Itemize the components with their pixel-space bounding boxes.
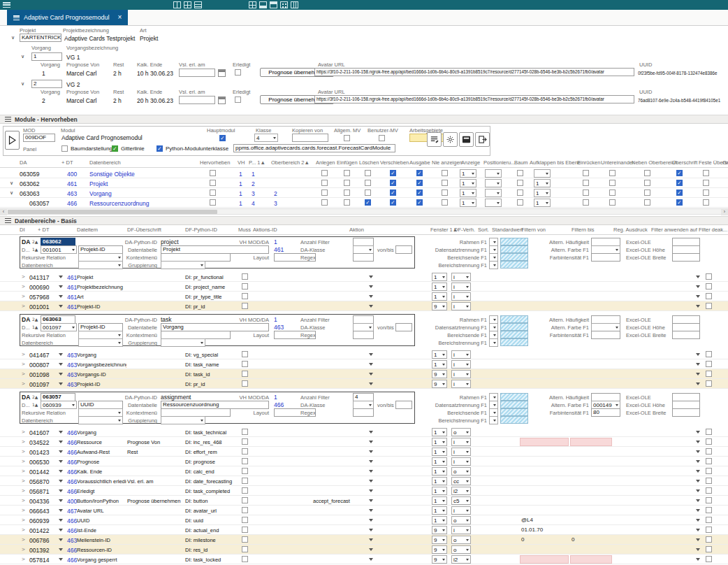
filtern-bis-cell[interactable] <box>570 302 612 310</box>
di-dropdown-caret[interactable] <box>59 519 63 522</box>
nie-anzeigen-checkbox[interactable] <box>442 189 448 196</box>
filtern-von-cell[interactable] <box>520 506 569 515</box>
data-area-row[interactable]: 063057466Ressourcenzuordnung143✓✓✓11✓ <box>0 198 728 208</box>
filtern-bis-cell[interactable] <box>570 496 612 505</box>
aktion-dropdown-caret[interactable] <box>369 460 373 463</box>
di-dropdown-caret[interactable] <box>59 489 63 492</box>
filter-deaktiviert-checkbox[interactable] <box>706 507 712 513</box>
aktion-dropdown-caret[interactable] <box>369 480 373 482</box>
data-item-row[interactable]: >001442466Kalk. EndeDI: calc_end1o <box>0 466 728 476</box>
bereichstrennung-field[interactable] <box>500 416 528 424</box>
muss-checkbox[interactable] <box>242 478 248 484</box>
filtern-bis-cell[interactable] <box>570 350 612 359</box>
anzeige-select[interactable]: 1 <box>460 189 476 197</box>
gruppierung-select[interactable] <box>161 338 205 347</box>
filtern-bis-cell[interactable] <box>570 292 612 301</box>
di-dropdown-caret[interactable] <box>59 548 63 551</box>
feste-ueberschrift-checkbox[interactable] <box>703 189 709 196</box>
anlegen-checkbox[interactable] <box>321 199 328 206</box>
loeschen-checkbox[interactable] <box>365 189 371 196</box>
filtern-von-cell[interactable] <box>520 282 569 291</box>
df-verh-select[interactable]: o <box>451 516 471 524</box>
fenster-select[interactable]: 1 <box>432 487 447 495</box>
filtern-bis-cell[interactable] <box>570 380 612 388</box>
filter-anwenden-dropdown-caret[interactable] <box>696 285 700 288</box>
filtern-bis-cell[interactable] <box>570 273 612 281</box>
data-item-row[interactable]: >056871466ErledigtDI: task_completed1i2 <box>0 486 728 496</box>
untereinander-checkbox[interactable] <box>609 170 616 176</box>
farbintensitaet-field[interactable] <box>591 253 620 262</box>
feste-ueberschrift-checkbox[interactable] <box>703 170 709 176</box>
filter-deaktiviert-checkbox[interactable] <box>706 380 712 387</box>
calendar-icon[interactable] <box>218 96 226 104</box>
aktion-dropdown-caret[interactable] <box>369 382 373 385</box>
filtern-bis-cell[interactable] <box>570 370 612 378</box>
filter-anwenden-dropdown-caret[interactable] <box>696 382 700 385</box>
feste-ueberschrift-checkbox[interactable] <box>703 199 709 206</box>
muss-checkbox[interactable] <box>242 273 248 280</box>
muss-checkbox[interactable] <box>242 303 248 309</box>
filter-deaktiviert-checkbox[interactable] <box>706 497 712 503</box>
aktion-dropdown-caret[interactable] <box>369 353 373 356</box>
fenster-select[interactable]: 1 <box>432 496 447 505</box>
row-expander-icon[interactable]: ∨ <box>21 55 24 59</box>
filtern-von-cell[interactable] <box>520 545 569 554</box>
di-dropdown-caret[interactable] <box>59 460 63 463</box>
muss-checkbox[interactable] <box>242 448 248 455</box>
muss-checkbox[interactable] <box>242 371 248 377</box>
aktion-dropdown-caret[interactable] <box>369 285 373 288</box>
avatar-url-field[interactable]: https://3f10-2-211-106-158.ngrok-free.ap… <box>314 68 634 76</box>
aktion-dropdown-caret[interactable] <box>369 305 373 308</box>
einfuegen-checkbox[interactable] <box>344 189 350 196</box>
dt-link[interactable]: 461 <box>67 274 77 281</box>
filtern-bis-cell[interactable] <box>570 467 612 475</box>
df-verh-select[interactable]: i <box>451 282 471 291</box>
loeschen-checkbox[interactable] <box>365 180 371 186</box>
filtern-von-cell[interactable] <box>520 555 569 564</box>
fenster-select[interactable]: 9 <box>432 536 447 544</box>
filter-deaktiviert-checkbox[interactable] <box>706 371 712 377</box>
filter-anwenden-dropdown-caret[interactable] <box>696 480 700 482</box>
einfuegen-checkbox[interactable] <box>344 180 350 186</box>
regex-field[interactable] <box>353 253 374 262</box>
row-expand-icon[interactable]: > <box>22 293 25 299</box>
muss-checkbox[interactable] <box>242 361 248 367</box>
muss-checkbox[interactable] <box>242 527 248 533</box>
vsl-erl-am-field[interactable] <box>179 96 215 104</box>
bereichstrennung-select[interactable] <box>489 416 498 424</box>
row-expander-icon[interactable]: ∨ <box>10 181 13 186</box>
aufklappen-select[interactable]: 1 <box>534 189 551 197</box>
row-expand-icon[interactable]: > <box>22 487 25 494</box>
anzeige-select[interactable]: 1 <box>460 199 476 207</box>
aktion-dropdown-caret[interactable] <box>369 470 373 473</box>
regex-field[interactable] <box>353 408 374 417</box>
von-bis-field[interactable] <box>395 323 412 331</box>
di-dropdown-caret[interactable] <box>59 509 63 512</box>
verschieben-checkbox[interactable]: ✓ <box>390 189 396 196</box>
rahmen-field[interactable] <box>500 315 528 323</box>
df-verh-select[interactable]: i <box>451 457 471 466</box>
datenbereich-link[interactable]: Projekt <box>89 180 196 187</box>
muss-checkbox[interactable] <box>242 438 248 445</box>
excel-ole-breite-field[interactable] <box>672 331 700 339</box>
dt-link[interactable]: 400 <box>67 171 77 178</box>
df-verh-select[interactable]: i <box>451 360 471 369</box>
di-dropdown-caret[interactable] <box>59 450 63 453</box>
di-dropdown-caret[interactable] <box>59 305 63 308</box>
ueberschrift-checkbox[interactable]: ✓ <box>676 170 683 176</box>
excel-ole-breite-field[interactable] <box>672 253 700 262</box>
di-id-select[interactable]: 060939 <box>41 401 77 409</box>
dt-link[interactable]: 466 <box>67 488 77 495</box>
row-expand-icon[interactable]: > <box>22 458 25 464</box>
filter-anwenden-dropdown-caret[interactable] <box>696 529 700 531</box>
vsl-erl-am-field[interactable] <box>179 69 215 77</box>
row-expand-icon[interactable]: > <box>22 468 25 474</box>
filter-anwenden-dropdown-caret[interactable] <box>696 489 700 492</box>
filter-anwenden-dropdown-caret[interactable] <box>696 509 700 512</box>
filtern-von-cell[interactable]: 01.01.70 <box>520 526 569 534</box>
filter-deaktiviert-checkbox[interactable] <box>706 527 712 533</box>
fenster-select[interactable]: 9 <box>432 370 447 378</box>
fenster-select[interactable]: 1 <box>432 506 447 515</box>
aktion-dropdown-caret[interactable] <box>369 558 373 561</box>
row-expander-icon[interactable]: ∨ <box>11 36 15 41</box>
